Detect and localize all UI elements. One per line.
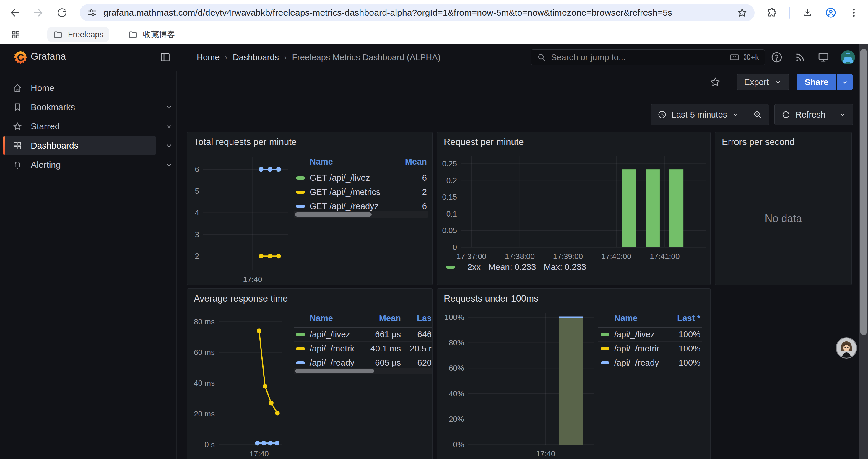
- breadcrumb-home[interactable]: Home: [197, 53, 219, 62]
- column-header[interactable]: Mean: [354, 314, 401, 323]
- extensions-icon[interactable]: [766, 7, 778, 18]
- brand-name[interactable]: Grafana: [31, 51, 66, 62]
- column-header[interactable]: Name: [614, 314, 659, 323]
- url-bar[interactable]: grafana.mathmast.com/d/deytv4rwavabkb/fr…: [80, 4, 754, 21]
- time-range-picker[interactable]: Last 5 minutes: [651, 104, 746, 125]
- series-name[interactable]: /api/_/livez: [614, 330, 655, 339]
- chart-legend[interactable]: 2xx Mean: 0.233 Max: 0.233: [446, 262, 586, 272]
- bookmarks-bar: Freeleaps 收藏博客: [0, 25, 868, 44]
- panel-average-response-time[interactable]: Average response time 0 s20 ms40 ms60 ms…: [187, 288, 433, 459]
- breadcrumb-dashboards[interactable]: Dashboards: [233, 53, 279, 62]
- legend-horizontal-scrollbar[interactable]: [294, 211, 428, 218]
- browser-toolbar: grafana.mathmast.com/d/deytv4rwavabkb/fr…: [0, 0, 868, 25]
- column-header[interactable]: Name: [310, 157, 395, 167]
- panel-title[interactable]: Requests under 100ms: [444, 293, 538, 304]
- series-value: 6: [395, 201, 427, 211]
- sidebar-item-alerting[interactable]: Alerting: [3, 156, 156, 174]
- legend-horizontal-scrollbar[interactable]: [294, 368, 433, 374]
- refresh-group: Refresh: [774, 104, 853, 125]
- legend-row[interactable]: /api/_/metrics100%: [598, 342, 702, 356]
- svg-text:17:37:00: 17:37:00: [457, 252, 486, 261]
- legend-color-pill: [446, 266, 455, 269]
- legend-table[interactable]: NameMeanLas/api/_/livez661 µs646/api/_/m…: [294, 314, 433, 370]
- panel-title[interactable]: Total requests per minute: [194, 137, 297, 147]
- column-header[interactable]: Las: [401, 314, 432, 323]
- url-text[interactable]: grafana.mathmast.com/d/deytv4rwavabkb/fr…: [103, 8, 731, 18]
- legend-max: Max: 0.233: [544, 262, 586, 272]
- refresh-icon: [781, 110, 790, 119]
- bookmark-folder-blogs[interactable]: 收藏博客: [122, 26, 181, 43]
- floating-assistant-avatar[interactable]: [837, 338, 856, 358]
- user-avatar[interactable]: [841, 50, 855, 64]
- series-name[interactable]: GET /api/_/metrics: [310, 187, 380, 197]
- panel-total-requests-per-minute[interactable]: Total requests per minute 2345617:40 Nam…: [187, 132, 433, 285]
- svg-text:0.2: 0.2: [446, 176, 457, 185]
- svg-text:5: 5: [195, 187, 199, 196]
- series-value: 661 µs: [354, 330, 401, 339]
- legend-row[interactable]: /api/_/livez100%: [598, 328, 702, 342]
- page-scrollbar[interactable]: [859, 44, 868, 459]
- series-name[interactable]: /api/_/metrics: [614, 344, 659, 354]
- chevron-down-icon[interactable]: [165, 103, 173, 111]
- news-rss-icon[interactable]: [794, 52, 806, 63]
- profile-icon[interactable]: [825, 7, 837, 19]
- column-header[interactable]: Mean: [395, 157, 427, 167]
- column-header[interactable]: Name: [310, 314, 354, 323]
- site-settings-icon[interactable]: [87, 7, 97, 18]
- panel-title[interactable]: Average response time: [194, 293, 288, 304]
- legend-row[interactable]: /api/_/livez661 µs646: [294, 328, 433, 342]
- chevron-down-icon[interactable]: [165, 161, 173, 169]
- chevron-down-icon[interactable]: [165, 141, 173, 150]
- legend-row[interactable]: GET /api/_/metrics2: [294, 185, 428, 199]
- panel-request-per-minute[interactable]: Request per minute 00.050.10.150.20.2517…: [437, 132, 711, 285]
- legend-table[interactable]: NameMeanGET /api/_/livez6GET /api/_/metr…: [294, 157, 428, 214]
- series-name[interactable]: GET /api/_/livez: [310, 173, 370, 183]
- favorite-star-icon[interactable]: [710, 76, 721, 88]
- search-input[interactable]: Search or jump to... ⌘+k: [531, 49, 765, 65]
- scrollbar-thumb[interactable]: [860, 49, 867, 335]
- refresh-interval-button[interactable]: [832, 104, 853, 125]
- panel-title[interactable]: Request per minute: [444, 137, 524, 147]
- reload-icon[interactable]: [56, 7, 68, 19]
- legend-table[interactable]: NameLast */api/_/livez100%/api/_/metrics…: [598, 314, 702, 370]
- legend-row[interactable]: /api/_/metrics40.1 ms20.5 r: [294, 342, 433, 356]
- share-button[interactable]: Share: [797, 74, 836, 90]
- series-name[interactable]: /api/_/readyz: [614, 358, 659, 368]
- legend-row[interactable]: GET /api/_/livez6: [294, 171, 428, 185]
- sidebar-item-home[interactable]: Home: [3, 79, 156, 97]
- panel-title[interactable]: Errors per second: [722, 137, 795, 147]
- zoom-out-icon: [753, 110, 762, 119]
- kiosk-monitor-icon[interactable]: [817, 51, 830, 64]
- collapse-sidebar-icon[interactable]: [159, 52, 171, 63]
- export-button[interactable]: Export: [737, 74, 789, 90]
- search-icon: [537, 53, 546, 62]
- sidebar-item-starred[interactable]: Starred: [3, 117, 156, 136]
- sidebar-item-bookmarks[interactable]: Bookmarks: [3, 98, 156, 117]
- breadcrumb-separator: ›: [284, 53, 286, 62]
- svg-text:17:40: 17:40: [536, 449, 555, 457]
- refresh-button[interactable]: Refresh: [775, 104, 832, 125]
- series-name[interactable]: GET /api/_/readyz: [310, 201, 378, 211]
- zoom-out-button[interactable]: [746, 104, 769, 125]
- series-name[interactable]: /api/_/readyz: [310, 358, 354, 368]
- downloads-icon[interactable]: [802, 7, 813, 18]
- back-icon[interactable]: [9, 7, 21, 19]
- bookmark-star-icon[interactable]: [737, 7, 747, 18]
- browser-menu-icon[interactable]: [848, 7, 859, 18]
- panel-errors-per-second[interactable]: Errors per second No data: [715, 132, 852, 285]
- chevron-down-icon: [774, 78, 782, 86]
- chevron-down-icon[interactable]: [165, 122, 173, 131]
- apps-grid-icon[interactable]: [11, 30, 21, 40]
- share-menu-button[interactable]: [836, 74, 852, 90]
- series-value: 6: [395, 173, 427, 183]
- help-icon[interactable]: [771, 51, 783, 64]
- request-per-minute-chart: 00.050.10.150.20.2517:37:0017:38:0017:39…: [440, 153, 708, 265]
- column-header[interactable]: Last *: [659, 314, 701, 323]
- bookmark-folder-freeleaps[interactable]: Freeleaps: [47, 27, 109, 42]
- sidebar-item-dashboards[interactable]: Dashboards: [3, 136, 156, 155]
- legend-row[interactable]: /api/_/readyz100%: [598, 356, 702, 370]
- panel-requests-under-100ms[interactable]: Requests under 100ms 0%20%40%60%80%100%1…: [437, 288, 711, 459]
- series-name[interactable]: /api/_/metrics: [310, 344, 354, 354]
- grafana-logo-icon[interactable]: [13, 50, 28, 65]
- series-name[interactable]: /api/_/livez: [310, 330, 350, 339]
